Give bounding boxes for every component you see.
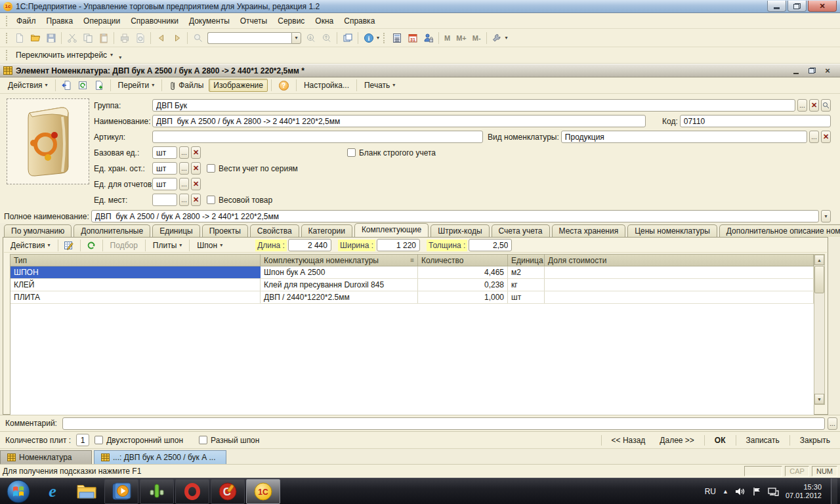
report-unit-input[interactable] bbox=[152, 178, 177, 190]
group-clear-button[interactable]: ✕ bbox=[809, 99, 819, 112]
tab-projects[interactable]: Проекты bbox=[202, 224, 248, 237]
cell-qty[interactable]: 1,000 bbox=[418, 291, 508, 303]
show-desktop-button[interactable] bbox=[831, 478, 837, 504]
thickness-input[interactable] bbox=[469, 239, 512, 251]
ok-button[interactable]: ОК bbox=[710, 434, 730, 447]
settings-button[interactable]: Настройка... bbox=[300, 79, 353, 92]
group-find-button[interactable] bbox=[821, 99, 831, 112]
goto-button[interactable]: Перейти▾ bbox=[114, 79, 159, 92]
cell-share[interactable] bbox=[545, 266, 814, 278]
help-button[interactable]: ? bbox=[275, 79, 293, 92]
weight-checkbox[interactable] bbox=[207, 196, 215, 204]
tab-additional[interactable]: Дополнительные bbox=[74, 224, 150, 237]
language-indicator[interactable]: RU bbox=[705, 487, 716, 496]
mdi-minimize-button[interactable] bbox=[791, 66, 801, 75]
double-veneer-checkbox[interactable] bbox=[94, 436, 103, 444]
cell-unit[interactable]: м2 bbox=[508, 266, 545, 278]
element-window-titlebar[interactable]: Элемент Номенклатура: ДВП бук А 2500 / б… bbox=[0, 64, 840, 77]
back-button[interactable] bbox=[154, 30, 169, 45]
menu-help[interactable]: Справка bbox=[339, 14, 380, 28]
group-select-button[interactable]: ... bbox=[797, 99, 807, 112]
temporary-lock-button[interactable] bbox=[421, 30, 436, 45]
toolbar-grip[interactable] bbox=[6, 16, 8, 26]
storage-unit-select-button[interactable]: ... bbox=[179, 162, 189, 175]
chevron-down-icon[interactable]: ▾ bbox=[505, 35, 508, 41]
calculator-button[interactable] bbox=[389, 30, 404, 45]
full-name-dropdown-button[interactable]: ▾ bbox=[821, 210, 831, 222]
place-unit-input[interactable] bbox=[152, 194, 177, 206]
cut-button[interactable] bbox=[64, 30, 79, 45]
open-button[interactable] bbox=[28, 30, 43, 45]
tray-expand-icon[interactable]: ▲ bbox=[723, 488, 728, 495]
plates-menu-button[interactable]: Плиты▾ bbox=[149, 239, 186, 252]
width-input[interactable] bbox=[377, 239, 420, 251]
action-center-flag-icon[interactable] bbox=[752, 487, 761, 496]
close-form-button[interactable]: Закрыть bbox=[795, 434, 835, 447]
cell-share[interactable] bbox=[545, 291, 814, 303]
menu-references[interactable]: Справочники bbox=[125, 14, 184, 28]
print-preview-button[interactable] bbox=[133, 30, 148, 45]
refresh-list-button[interactable] bbox=[84, 238, 99, 253]
tab-barcodes[interactable]: Штрих-коды bbox=[430, 224, 489, 237]
taskbar-clock[interactable]: 15:30 07.01.2012 bbox=[786, 483, 824, 500]
pick-button[interactable]: Подбор bbox=[106, 239, 142, 252]
switch-interface-button[interactable]: Переключить интерфейс ▾ bbox=[11, 49, 117, 62]
actions-button[interactable]: Действия▾ bbox=[4, 79, 52, 92]
column-type[interactable]: Тип bbox=[10, 255, 261, 266]
column-share[interactable]: Доля стоимости bbox=[545, 255, 814, 266]
calc-m-plus-button[interactable]: M+ bbox=[453, 34, 469, 42]
components-actions-button[interactable]: Действия▾ bbox=[7, 239, 54, 252]
series-checkbox[interactable] bbox=[207, 164, 215, 173]
save-button[interactable] bbox=[43, 30, 58, 45]
toolbar-grip[interactable] bbox=[6, 33, 8, 43]
quick-search-input[interactable] bbox=[207, 32, 291, 44]
taskbar-internet-explorer[interactable]: e bbox=[35, 479, 70, 504]
menu-documents[interactable]: Документы bbox=[184, 14, 235, 28]
toolbar-grip[interactable] bbox=[383, 33, 385, 43]
veneer-menu-button[interactable]: Шпон▾ bbox=[193, 239, 226, 252]
menu-edit[interactable]: Правка bbox=[41, 14, 79, 28]
calc-m-button[interactable]: M bbox=[442, 34, 453, 42]
name-input[interactable] bbox=[152, 115, 646, 127]
table-row[interactable]: ШПОН Шпон бук А 2500 4,465 м2 bbox=[10, 266, 814, 279]
write-button[interactable]: Записать bbox=[742, 434, 784, 447]
base-unit-input[interactable] bbox=[152, 146, 177, 159]
place-unit-select-button[interactable]: ... bbox=[179, 194, 189, 206]
storage-unit-clear-button[interactable]: ✕ bbox=[191, 162, 201, 175]
window-tab-element[interactable]: ...: ДВП бук А 2500 / бук А ... bbox=[94, 450, 226, 464]
add-new-button[interactable] bbox=[92, 78, 107, 93]
chevron-down-icon[interactable]: ▾ bbox=[377, 35, 379, 41]
report-unit-select-button[interactable]: ... bbox=[179, 178, 189, 190]
tab-properties[interactable]: Свойства bbox=[250, 224, 299, 237]
restore-button[interactable] bbox=[788, 1, 807, 12]
new-document-button[interactable] bbox=[12, 30, 27, 45]
kind-input[interactable] bbox=[561, 131, 807, 143]
toolbar-grip[interactable] bbox=[6, 50, 8, 60]
report-unit-clear-button[interactable]: ✕ bbox=[191, 178, 201, 190]
cell-item[interactable]: Клей для пресування Duroxil 845 bbox=[261, 279, 418, 291]
place-unit-clear-button[interactable]: ✕ bbox=[191, 194, 201, 206]
info-button[interactable]: i bbox=[361, 30, 376, 45]
code-input[interactable] bbox=[680, 115, 831, 127]
find-next-button[interactable] bbox=[303, 30, 318, 45]
taskbar-windows-explorer[interactable] bbox=[70, 479, 104, 504]
cell-type[interactable]: КЛЕЙ bbox=[10, 279, 261, 291]
find-previous-button[interactable] bbox=[319, 30, 334, 45]
base-unit-clear-button[interactable]: ✕ bbox=[191, 146, 201, 159]
cell-unit[interactable]: кг bbox=[508, 279, 545, 291]
article-input[interactable] bbox=[152, 131, 483, 143]
strict-form-checkbox[interactable] bbox=[347, 148, 356, 157]
tab-prices[interactable]: Цены номенклатуры bbox=[627, 224, 717, 237]
cell-type[interactable]: ПЛИТА bbox=[10, 291, 261, 303]
menu-service[interactable]: Сервис bbox=[272, 14, 310, 28]
scroll-down-button[interactable]: ▼ bbox=[814, 394, 824, 404]
column-unit[interactable]: Единица bbox=[508, 255, 545, 266]
cell-item[interactable]: Шпон бук А 2500 bbox=[261, 266, 418, 278]
different-veneer-checkbox[interactable] bbox=[199, 436, 207, 444]
column-item[interactable]: Комплектующая номенклатуры≡ bbox=[261, 255, 418, 266]
minimize-button[interactable] bbox=[767, 1, 786, 12]
tab-default[interactable]: По умолчанию bbox=[4, 224, 72, 237]
length-input[interactable] bbox=[288, 239, 331, 251]
network-icon[interactable] bbox=[768, 487, 779, 496]
scrollbar-thumb[interactable] bbox=[814, 266, 824, 293]
